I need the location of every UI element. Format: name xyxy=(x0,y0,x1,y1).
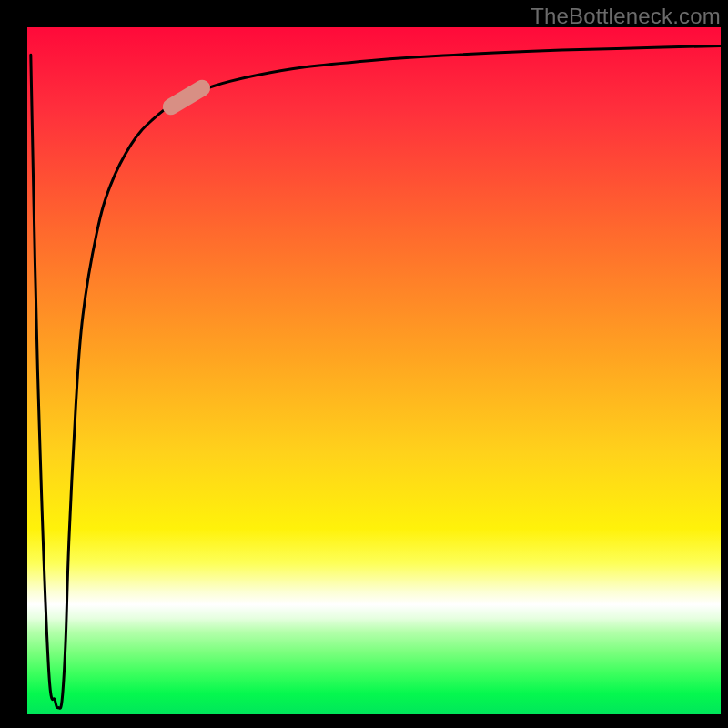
watermark-label: TheBottleneck.com xyxy=(531,4,721,29)
series-marker xyxy=(160,76,214,117)
chart-frame: TheBottleneck.com xyxy=(0,0,728,728)
bottleneck-curve xyxy=(27,27,721,714)
curve-path xyxy=(31,46,721,708)
plot-area xyxy=(27,27,721,714)
